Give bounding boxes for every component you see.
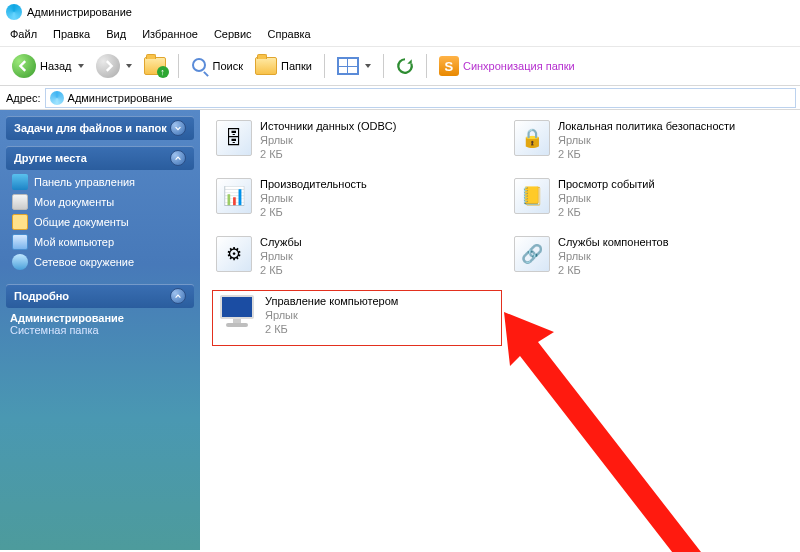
file-size: 2 КБ [260, 264, 302, 278]
chevron-up-icon [170, 150, 186, 166]
tasks-panel-header[interactable]: Задачи для файлов и папок [6, 116, 194, 140]
sidebar-item-my-documents[interactable]: Мои документы [10, 192, 188, 212]
sidebar-item-shared-documents[interactable]: Общие документы [10, 212, 188, 232]
details-panel-body: Администрирование Системная папка [6, 310, 194, 342]
annotation-arrow [504, 312, 764, 552]
refresh-button[interactable] [392, 52, 418, 80]
file-item-component-services[interactable]: 🔗 Службы компонентов Ярлык 2 КБ [510, 232, 800, 284]
file-item-local-security-policy[interactable]: 🔒 Локальная политика безопасности Ярлык … [510, 116, 800, 168]
menu-edit[interactable]: Правка [53, 28, 90, 40]
sidebar-item-my-computer[interactable]: Мой компьютер [10, 232, 188, 252]
address-value: Администрирование [68, 92, 173, 104]
chevron-down-icon [365, 64, 371, 68]
file-type: Ярлык [260, 250, 302, 264]
sidebar-item-network[interactable]: Сетевое окружение [10, 252, 188, 272]
file-icon: 📊 [216, 178, 252, 214]
chevron-down-icon [126, 64, 132, 68]
file-type: Ярлык [558, 192, 655, 206]
svg-marker-0 [504, 312, 746, 552]
file-type: Ярлык [260, 192, 367, 206]
chevron-down-icon [170, 120, 186, 136]
sidebar-item-label: Общие документы [34, 216, 129, 228]
back-arrow-icon [12, 54, 36, 78]
sidebar-item-label: Сетевое окружение [34, 256, 134, 268]
separator [178, 54, 179, 78]
file-name: Управление компьютером [265, 295, 398, 309]
documents-icon [12, 194, 28, 210]
file-size: 2 КБ [260, 206, 367, 220]
file-name: Источники данных (ODBC) [260, 120, 396, 134]
file-size: 2 КБ [260, 148, 396, 162]
address-input[interactable]: Администрирование [45, 88, 796, 108]
details-panel-header[interactable]: Подробно [6, 284, 194, 308]
views-button[interactable] [333, 52, 375, 80]
main-pane: 🗄 Источники данных (ODBC) Ярлык 2 КБ 🔒 Л… [200, 110, 800, 550]
sync-button[interactable]: S Синхронизация папки [435, 52, 579, 80]
file-type: Ярлык [265, 309, 398, 323]
search-icon [191, 57, 209, 75]
sync-label: Синхронизация папки [463, 60, 575, 72]
titlebar: Администрирование [0, 0, 800, 24]
file-item-computer-management[interactable]: Управление компьютером Ярлык 2 КБ [212, 290, 502, 346]
file-type: Ярлык [558, 134, 735, 148]
search-button[interactable]: Поиск [187, 52, 247, 80]
file-item-odbc[interactable]: 🗄 Источники данных (ODBC) Ярлык 2 КБ [212, 116, 502, 168]
file-size: 2 КБ [558, 206, 655, 220]
search-label: Поиск [213, 60, 243, 72]
network-icon [12, 254, 28, 270]
file-type: Ярлык [558, 250, 669, 264]
shared-folder-icon [12, 214, 28, 230]
sidebar-item-control-panel[interactable]: Панель управления [10, 172, 188, 192]
file-name: Службы компонентов [558, 236, 669, 250]
folder-icon [255, 57, 277, 75]
forward-arrow-icon [96, 54, 120, 78]
places-panel-header[interactable]: Другие места [6, 146, 194, 170]
separator [324, 54, 325, 78]
separator [383, 54, 384, 78]
file-type: Ярлык [260, 134, 396, 148]
file-icon: 🗄 [216, 120, 252, 156]
details-name: Администрирование [10, 312, 188, 324]
file-icon: 🔒 [514, 120, 550, 156]
address-bar: Адрес: Администрирование [0, 86, 800, 110]
menu-favorites[interactable]: Избранное [142, 28, 198, 40]
content-area: Задачи для файлов и папок Другие места П… [0, 110, 800, 550]
menubar: Файл Правка Вид Избранное Сервис Справка [0, 24, 800, 46]
address-label: Адрес: [6, 92, 41, 104]
folders-button[interactable]: Папки [251, 52, 316, 80]
places-panel-body: Панель управления Мои документы Общие до… [6, 170, 194, 278]
menu-tools[interactable]: Сервис [214, 28, 252, 40]
file-icon: 📒 [514, 178, 550, 214]
sidebar: Задачи для файлов и папок Другие места П… [0, 110, 200, 550]
file-list: 🗄 Источники данных (ODBC) Ярлык 2 КБ 🔒 Л… [212, 116, 800, 346]
file-name: Производительность [260, 178, 367, 192]
file-item-performance[interactable]: 📊 Производительность Ярлык 2 КБ [212, 174, 502, 226]
menu-help[interactable]: Справка [268, 28, 311, 40]
computer-icon [12, 234, 28, 250]
computer-management-icon [217, 295, 257, 335]
back-button[interactable]: Назад [8, 52, 88, 80]
refresh-icon [396, 57, 414, 75]
menu-file[interactable]: Файл [10, 28, 37, 40]
separator [426, 54, 427, 78]
file-item-services[interactable]: ⚙ Службы Ярлык 2 КБ [212, 232, 502, 284]
menu-view[interactable]: Вид [106, 28, 126, 40]
file-item-event-viewer[interactable]: 📒 Просмотр событий Ярлык 2 КБ [510, 174, 800, 226]
sidebar-item-label: Мой компьютер [34, 236, 114, 248]
details-kind: Системная папка [10, 324, 188, 336]
back-label: Назад [40, 60, 72, 72]
tasks-panel-title: Задачи для файлов и папок [14, 122, 167, 134]
sidebar-item-label: Мои документы [34, 196, 114, 208]
forward-button[interactable] [92, 52, 136, 80]
file-name: Локальная политика безопасности [558, 120, 735, 134]
details-panel-title: Подробно [14, 290, 69, 302]
views-icon [337, 57, 359, 75]
sidebar-item-label: Панель управления [34, 176, 135, 188]
file-icon: ⚙ [216, 236, 252, 272]
chevron-up-icon [170, 288, 186, 304]
file-icon: 🔗 [514, 236, 550, 272]
control-panel-icon [12, 174, 28, 190]
places-panel-title: Другие места [14, 152, 87, 164]
chevron-down-icon [78, 64, 84, 68]
up-button[interactable] [140, 52, 170, 80]
